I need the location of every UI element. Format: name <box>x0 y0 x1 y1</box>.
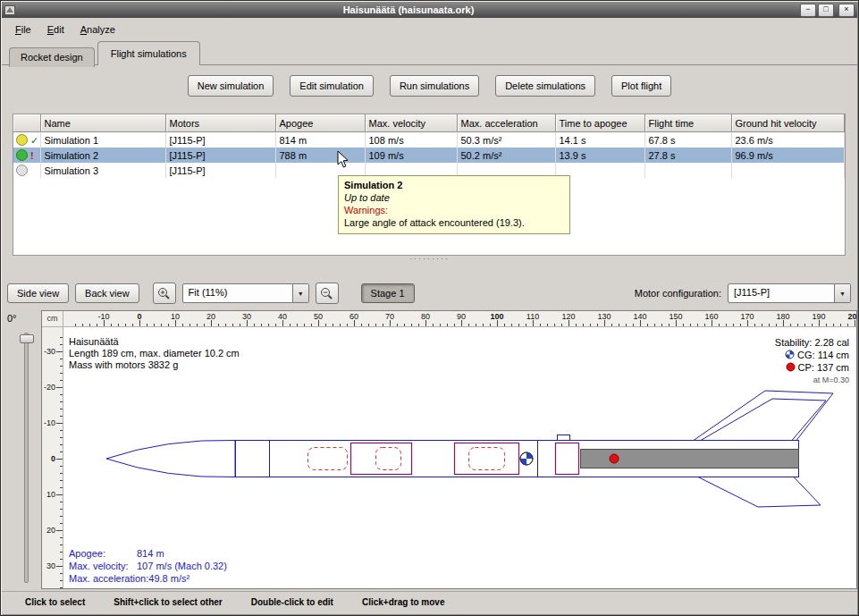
view-toolbar: Side view Back view Fit (11%) ▼ Stage 1 … <box>7 282 851 305</box>
rotation-slider[interactable] <box>20 333 32 581</box>
simulation-table: NameMotorsApogeeMax. velocityMax. accele… <box>13 114 845 178</box>
col-header-flight-time[interactable]: Flight time <box>644 114 731 132</box>
zoom-out-button[interactable] <box>316 283 339 304</box>
app-window: Haisunäätä (haisunaata.ork) − □ × FileEd… <box>0 0 859 616</box>
ruler-unit-label: cm <box>42 311 63 327</box>
table-cell: 96.9 m/s <box>731 148 845 163</box>
h-ruler-label: 130 <box>597 312 611 321</box>
motor-config-label: Motor configuration: <box>635 288 721 299</box>
mouse-cursor <box>334 150 349 170</box>
flight-stat-label: Max. velocity: <box>69 560 137 572</box>
v-ruler-label: -10 <box>44 418 55 427</box>
splitter-handle[interactable]: ········· <box>0 255 859 266</box>
splitter-dots-icon: ········· <box>409 254 450 263</box>
status-hint: Click+drag to move <box>362 597 445 614</box>
mach-note: at M=0.30 <box>775 374 849 386</box>
status-hint: Double-click to edit <box>251 597 333 614</box>
table-cell: Simulation 3 <box>40 163 165 178</box>
col-header-time-to-apogee[interactable]: Time to apogee <box>555 114 644 132</box>
tooltip-state: Up to date <box>344 191 564 204</box>
run-simulations-button[interactable]: Run simulations <box>390 75 479 97</box>
h-ruler-label: 100 <box>490 312 503 321</box>
rocket-drawing-area[interactable]: Haisunäätä Length 189 cm, max. diameter … <box>63 327 856 588</box>
table-cell: 50.2 m/s² <box>457 148 555 163</box>
flight-stat-value: 814 m <box>137 548 164 559</box>
title-bar[interactable]: Haisunäätä (haisunaata.ork) − □ × <box>2 2 857 18</box>
table-cell: 13.9 s <box>555 148 644 163</box>
col-header-name[interactable]: Name <box>40 114 165 132</box>
menu-analyze[interactable]: Analyze <box>72 21 123 38</box>
table-cell <box>644 163 731 178</box>
window-title: Haisunäätä (haisunaata.ork) <box>19 4 798 15</box>
menu-edit[interactable]: Edit <box>39 21 72 38</box>
h-ruler-label: 50 <box>314 312 323 321</box>
table-cell <box>731 163 845 178</box>
cg-icon <box>785 350 795 359</box>
close-button[interactable]: × <box>838 4 855 17</box>
zoom-in-icon <box>157 287 171 300</box>
flight-stat-label: Max. acceleration: <box>69 572 148 585</box>
menu-file[interactable]: File <box>7 21 39 38</box>
edit-simulation-button[interactable]: Edit simulation <box>290 75 374 97</box>
zoom-select[interactable]: Fit (11%) ▼ <box>182 283 309 303</box>
tooltip-warnings-label: Warnings: <box>344 204 564 216</box>
table-cell: 814 m <box>275 132 365 148</box>
horizontal-ruler: -100102030405060708090100110120130140150… <box>63 311 856 327</box>
cp-icon <box>786 362 796 372</box>
menu-bar: FileEditAnalyze <box>2 18 857 39</box>
col-header-max-velocity[interactable]: Max. velocity <box>365 114 457 132</box>
table-cell: 788 m <box>275 148 365 163</box>
status-cell: ! <box>13 148 40 163</box>
side-view-button[interactable]: Side view <box>7 283 69 303</box>
status-hint: Click to select <box>25 597 85 614</box>
table-cell: 14.1 s <box>555 132 644 148</box>
rotation-slider-track <box>24 333 29 583</box>
zoom-out-icon <box>320 287 333 300</box>
col-header-motors[interactable]: Motors <box>165 114 275 132</box>
table-cell: [J115-P] <box>165 132 275 148</box>
flight-stat-label: Apogee: <box>69 547 137 560</box>
chevron-down-icon[interactable]: ▼ <box>834 284 850 302</box>
plot-flight-button[interactable]: Plot flight <box>611 75 671 97</box>
flight-stats: Apogee:814 mMax. velocity:107 m/s (Mach … <box>69 547 227 585</box>
rocket-info: Haisunäätä Length 189 cm, max. diameter … <box>69 336 240 371</box>
v-ruler-label: -20 <box>44 383 55 392</box>
col-header-status[interactable] <box>13 114 40 132</box>
h-ruler-label: 30 <box>242 312 251 321</box>
tab-rocket-design[interactable]: Rocket design <box>9 47 95 67</box>
back-view-button[interactable]: Back view <box>75 283 139 303</box>
table-row[interactable]: ✓Simulation 1[J115-P]814 m108 m/s50.3 m/… <box>13 132 845 148</box>
rocket-mass: Mass with motors 3832 g <box>69 359 240 371</box>
chevron-down-icon[interactable]: ▼ <box>292 284 308 302</box>
new-simulation-button[interactable]: New simulation <box>188 75 274 97</box>
cp-marker <box>610 454 619 463</box>
h-ruler-label: 200 <box>847 312 856 321</box>
table-row[interactable]: !Simulation 2[J115-P]788 m109 m/s50.2 m/… <box>13 148 845 163</box>
col-header-max-acceleration[interactable]: Max. acceleration <box>457 114 555 132</box>
h-ruler-label: 10 <box>171 312 180 321</box>
rotation-slider-handle[interactable] <box>20 334 34 343</box>
minimize-button[interactable]: − <box>800 4 816 17</box>
status-icon-uptodate <box>16 134 28 146</box>
flight-stat-row: Max. acceleration:49.8 m/s² <box>69 572 227 585</box>
delete-simulations-button[interactable]: Delete simulations <box>495 75 595 97</box>
h-ruler-label: 170 <box>740 312 754 321</box>
tab-flight-simulations[interactable]: Flight simulations <box>97 41 200 65</box>
app-icon <box>4 4 19 16</box>
zoom-in-button[interactable] <box>153 283 176 304</box>
col-header-apogee[interactable]: Apogee <box>275 114 365 132</box>
motor-config-select[interactable]: [J115-P] ▼ <box>728 283 851 303</box>
col-header-ground-hit-velocity[interactable]: Ground hit velocity <box>731 114 845 132</box>
status-icon-notrun <box>16 165 28 176</box>
status-mark: ✓ <box>30 135 38 146</box>
rocket-name: Haisunäätä <box>69 336 240 348</box>
maximize-button[interactable]: □ <box>818 4 834 17</box>
cg-marker <box>520 452 533 465</box>
stage-1-toggle[interactable]: Stage 1 <box>361 283 415 303</box>
vertical-ruler: -30-20-100102030 <box>42 327 63 588</box>
v-ruler-label: 10 <box>46 490 55 499</box>
rocket-dimensions: Length 189 cm, max. diameter 10.2 cm <box>69 348 240 359</box>
h-ruler-label: 20 <box>206 312 215 321</box>
flight-stat-value: 49.8 m/s² <box>148 573 189 584</box>
zoom-value: Fit (11%) <box>183 284 292 302</box>
